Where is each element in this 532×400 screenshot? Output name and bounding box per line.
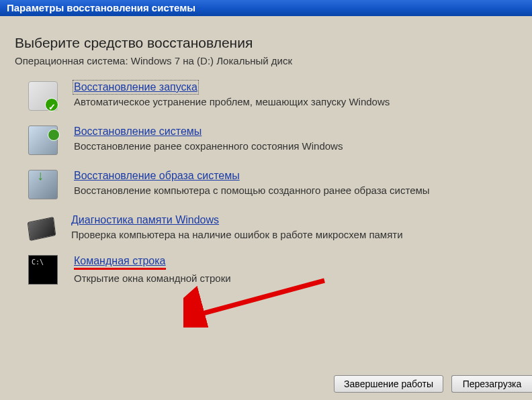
system-restore-link[interactable]: Восстановление системы <box>74 126 202 138</box>
button-bar: Завершение работы Перезагрузка <box>334 375 532 393</box>
system-restore-icon <box>28 126 58 155</box>
content-area: Выберите средство восстановления Операци… <box>0 16 532 285</box>
window-titlebar: Параметры восстановления системы <box>0 0 532 16</box>
restart-button[interactable]: Перезагрузка <box>451 375 532 393</box>
svg-line-1 <box>195 281 324 315</box>
page-heading: Выберите средство восстановления <box>15 35 532 51</box>
option-system-restore: Восстановление системы Восстановление ра… <box>15 126 532 155</box>
option-startup-repair: Восстановление запуска Автоматическое ус… <box>15 81 532 111</box>
system-restore-desc: Восстановление ранее сохраненного состоя… <box>74 140 532 152</box>
option-command-prompt: Командная строка Открытие окна командной… <box>15 255 532 285</box>
startup-repair-link[interactable]: Восстановление запуска <box>74 81 197 93</box>
startup-repair-icon <box>28 81 58 111</box>
option-memory-diag: Диагностика памяти Windows Проверка комп… <box>15 214 532 240</box>
option-image-recovery: Восстановление образа системы Восстановл… <box>15 170 532 199</box>
image-recovery-icon <box>28 170 58 199</box>
image-recovery-link[interactable]: Восстановление образа системы <box>74 170 240 182</box>
window-title: Параметры восстановления системы <box>7 2 195 13</box>
command-prompt-desc: Открытие окна командной строки <box>74 272 532 284</box>
command-prompt-link[interactable]: Командная строка <box>74 255 166 270</box>
image-recovery-desc: Восстановление компьютера с помощью созд… <box>74 185 532 196</box>
memory-diag-icon <box>28 217 56 241</box>
startup-repair-desc: Автоматическое устранение проблем, мешаю… <box>74 96 532 107</box>
memory-diag-desc: Проверка компьютера на наличие ошибок в … <box>71 229 532 240</box>
shutdown-button[interactable]: Завершение работы <box>334 375 443 393</box>
os-info: Операционная система: Windows 7 на (D:) … <box>15 55 532 66</box>
command-prompt-icon <box>28 255 58 285</box>
memory-diag-link[interactable]: Диагностика памяти Windows <box>71 214 219 226</box>
